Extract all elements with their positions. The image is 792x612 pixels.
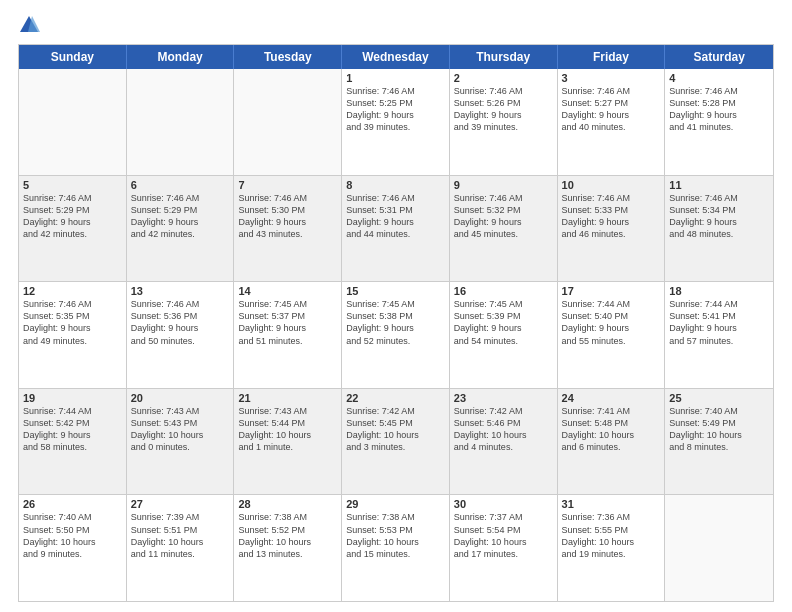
day-number: 6 bbox=[131, 179, 230, 191]
calendar-week-2: 5Sunrise: 7:46 AM Sunset: 5:29 PM Daylig… bbox=[19, 175, 773, 282]
day-info: Sunrise: 7:46 AM Sunset: 5:31 PM Dayligh… bbox=[346, 192, 445, 241]
calendar: SundayMondayTuesdayWednesdayThursdayFrid… bbox=[18, 44, 774, 602]
day-info: Sunrise: 7:44 AM Sunset: 5:42 PM Dayligh… bbox=[23, 405, 122, 454]
calendar-day-12: 12Sunrise: 7:46 AM Sunset: 5:35 PM Dayli… bbox=[19, 282, 127, 388]
header-day-wednesday: Wednesday bbox=[342, 45, 450, 69]
header-day-saturday: Saturday bbox=[665, 45, 773, 69]
day-number: 9 bbox=[454, 179, 553, 191]
calendar-day-31: 31Sunrise: 7:36 AM Sunset: 5:55 PM Dayli… bbox=[558, 495, 666, 601]
day-number: 29 bbox=[346, 498, 445, 510]
calendar-day-23: 23Sunrise: 7:42 AM Sunset: 5:46 PM Dayli… bbox=[450, 389, 558, 495]
calendar-day-15: 15Sunrise: 7:45 AM Sunset: 5:38 PM Dayli… bbox=[342, 282, 450, 388]
day-number: 12 bbox=[23, 285, 122, 297]
calendar-body: 1Sunrise: 7:46 AM Sunset: 5:25 PM Daylig… bbox=[19, 69, 773, 601]
day-number: 1 bbox=[346, 72, 445, 84]
calendar-day-1: 1Sunrise: 7:46 AM Sunset: 5:25 PM Daylig… bbox=[342, 69, 450, 175]
day-number: 18 bbox=[669, 285, 769, 297]
calendar-empty-cell bbox=[127, 69, 235, 175]
logo bbox=[18, 14, 43, 36]
day-info: Sunrise: 7:45 AM Sunset: 5:37 PM Dayligh… bbox=[238, 298, 337, 347]
calendar-week-3: 12Sunrise: 7:46 AM Sunset: 5:35 PM Dayli… bbox=[19, 281, 773, 388]
calendar-week-4: 19Sunrise: 7:44 AM Sunset: 5:42 PM Dayli… bbox=[19, 388, 773, 495]
day-info: Sunrise: 7:46 AM Sunset: 5:29 PM Dayligh… bbox=[131, 192, 230, 241]
day-info: Sunrise: 7:46 AM Sunset: 5:29 PM Dayligh… bbox=[23, 192, 122, 241]
calendar-day-3: 3Sunrise: 7:46 AM Sunset: 5:27 PM Daylig… bbox=[558, 69, 666, 175]
day-number: 8 bbox=[346, 179, 445, 191]
day-number: 17 bbox=[562, 285, 661, 297]
header-day-friday: Friday bbox=[558, 45, 666, 69]
calendar-day-21: 21Sunrise: 7:43 AM Sunset: 5:44 PM Dayli… bbox=[234, 389, 342, 495]
day-number: 28 bbox=[238, 498, 337, 510]
day-number: 3 bbox=[562, 72, 661, 84]
calendar-day-8: 8Sunrise: 7:46 AM Sunset: 5:31 PM Daylig… bbox=[342, 176, 450, 282]
day-number: 24 bbox=[562, 392, 661, 404]
calendar-day-4: 4Sunrise: 7:46 AM Sunset: 5:28 PM Daylig… bbox=[665, 69, 773, 175]
page: SundayMondayTuesdayWednesdayThursdayFrid… bbox=[0, 0, 792, 612]
day-number: 22 bbox=[346, 392, 445, 404]
day-number: 30 bbox=[454, 498, 553, 510]
day-number: 31 bbox=[562, 498, 661, 510]
day-info: Sunrise: 7:46 AM Sunset: 5:27 PM Dayligh… bbox=[562, 85, 661, 134]
day-info: Sunrise: 7:42 AM Sunset: 5:45 PM Dayligh… bbox=[346, 405, 445, 454]
day-info: Sunrise: 7:46 AM Sunset: 5:28 PM Dayligh… bbox=[669, 85, 769, 134]
calendar-day-13: 13Sunrise: 7:46 AM Sunset: 5:36 PM Dayli… bbox=[127, 282, 235, 388]
calendar-empty-cell bbox=[19, 69, 127, 175]
day-info: Sunrise: 7:37 AM Sunset: 5:54 PM Dayligh… bbox=[454, 511, 553, 560]
day-number: 21 bbox=[238, 392, 337, 404]
day-number: 10 bbox=[562, 179, 661, 191]
day-number: 13 bbox=[131, 285, 230, 297]
calendar-day-24: 24Sunrise: 7:41 AM Sunset: 5:48 PM Dayli… bbox=[558, 389, 666, 495]
calendar-day-17: 17Sunrise: 7:44 AM Sunset: 5:40 PM Dayli… bbox=[558, 282, 666, 388]
day-info: Sunrise: 7:43 AM Sunset: 5:44 PM Dayligh… bbox=[238, 405, 337, 454]
day-info: Sunrise: 7:36 AM Sunset: 5:55 PM Dayligh… bbox=[562, 511, 661, 560]
day-info: Sunrise: 7:46 AM Sunset: 5:26 PM Dayligh… bbox=[454, 85, 553, 134]
day-number: 27 bbox=[131, 498, 230, 510]
day-info: Sunrise: 7:46 AM Sunset: 5:25 PM Dayligh… bbox=[346, 85, 445, 134]
day-info: Sunrise: 7:41 AM Sunset: 5:48 PM Dayligh… bbox=[562, 405, 661, 454]
calendar-day-7: 7Sunrise: 7:46 AM Sunset: 5:30 PM Daylig… bbox=[234, 176, 342, 282]
day-info: Sunrise: 7:43 AM Sunset: 5:43 PM Dayligh… bbox=[131, 405, 230, 454]
day-number: 2 bbox=[454, 72, 553, 84]
day-info: Sunrise: 7:45 AM Sunset: 5:39 PM Dayligh… bbox=[454, 298, 553, 347]
day-info: Sunrise: 7:39 AM Sunset: 5:51 PM Dayligh… bbox=[131, 511, 230, 560]
day-info: Sunrise: 7:46 AM Sunset: 5:33 PM Dayligh… bbox=[562, 192, 661, 241]
calendar-day-18: 18Sunrise: 7:44 AM Sunset: 5:41 PM Dayli… bbox=[665, 282, 773, 388]
day-info: Sunrise: 7:44 AM Sunset: 5:40 PM Dayligh… bbox=[562, 298, 661, 347]
day-info: Sunrise: 7:46 AM Sunset: 5:35 PM Dayligh… bbox=[23, 298, 122, 347]
header-day-sunday: Sunday bbox=[19, 45, 127, 69]
day-number: 20 bbox=[131, 392, 230, 404]
calendar-empty-cell bbox=[234, 69, 342, 175]
calendar-day-9: 9Sunrise: 7:46 AM Sunset: 5:32 PM Daylig… bbox=[450, 176, 558, 282]
day-number: 16 bbox=[454, 285, 553, 297]
day-number: 15 bbox=[346, 285, 445, 297]
calendar-day-16: 16Sunrise: 7:45 AM Sunset: 5:39 PM Dayli… bbox=[450, 282, 558, 388]
calendar-week-1: 1Sunrise: 7:46 AM Sunset: 5:25 PM Daylig… bbox=[19, 69, 773, 175]
calendar-empty-cell bbox=[665, 495, 773, 601]
day-info: Sunrise: 7:38 AM Sunset: 5:53 PM Dayligh… bbox=[346, 511, 445, 560]
header-day-monday: Monday bbox=[127, 45, 235, 69]
calendar-day-5: 5Sunrise: 7:46 AM Sunset: 5:29 PM Daylig… bbox=[19, 176, 127, 282]
day-number: 26 bbox=[23, 498, 122, 510]
day-number: 23 bbox=[454, 392, 553, 404]
day-info: Sunrise: 7:40 AM Sunset: 5:49 PM Dayligh… bbox=[669, 405, 769, 454]
calendar-day-30: 30Sunrise: 7:37 AM Sunset: 5:54 PM Dayli… bbox=[450, 495, 558, 601]
day-info: Sunrise: 7:38 AM Sunset: 5:52 PM Dayligh… bbox=[238, 511, 337, 560]
day-number: 19 bbox=[23, 392, 122, 404]
calendar-day-11: 11Sunrise: 7:46 AM Sunset: 5:34 PM Dayli… bbox=[665, 176, 773, 282]
header-day-tuesday: Tuesday bbox=[234, 45, 342, 69]
logo-icon bbox=[18, 14, 40, 36]
day-number: 4 bbox=[669, 72, 769, 84]
day-number: 11 bbox=[669, 179, 769, 191]
day-number: 14 bbox=[238, 285, 337, 297]
day-info: Sunrise: 7:42 AM Sunset: 5:46 PM Dayligh… bbox=[454, 405, 553, 454]
calendar-day-27: 27Sunrise: 7:39 AM Sunset: 5:51 PM Dayli… bbox=[127, 495, 235, 601]
header-day-thursday: Thursday bbox=[450, 45, 558, 69]
day-info: Sunrise: 7:44 AM Sunset: 5:41 PM Dayligh… bbox=[669, 298, 769, 347]
calendar-day-28: 28Sunrise: 7:38 AM Sunset: 5:52 PM Dayli… bbox=[234, 495, 342, 601]
calendar-day-22: 22Sunrise: 7:42 AM Sunset: 5:45 PM Dayli… bbox=[342, 389, 450, 495]
calendar-header-row: SundayMondayTuesdayWednesdayThursdayFrid… bbox=[19, 45, 773, 69]
day-info: Sunrise: 7:45 AM Sunset: 5:38 PM Dayligh… bbox=[346, 298, 445, 347]
header bbox=[18, 14, 774, 36]
calendar-day-19: 19Sunrise: 7:44 AM Sunset: 5:42 PM Dayli… bbox=[19, 389, 127, 495]
calendar-day-2: 2Sunrise: 7:46 AM Sunset: 5:26 PM Daylig… bbox=[450, 69, 558, 175]
